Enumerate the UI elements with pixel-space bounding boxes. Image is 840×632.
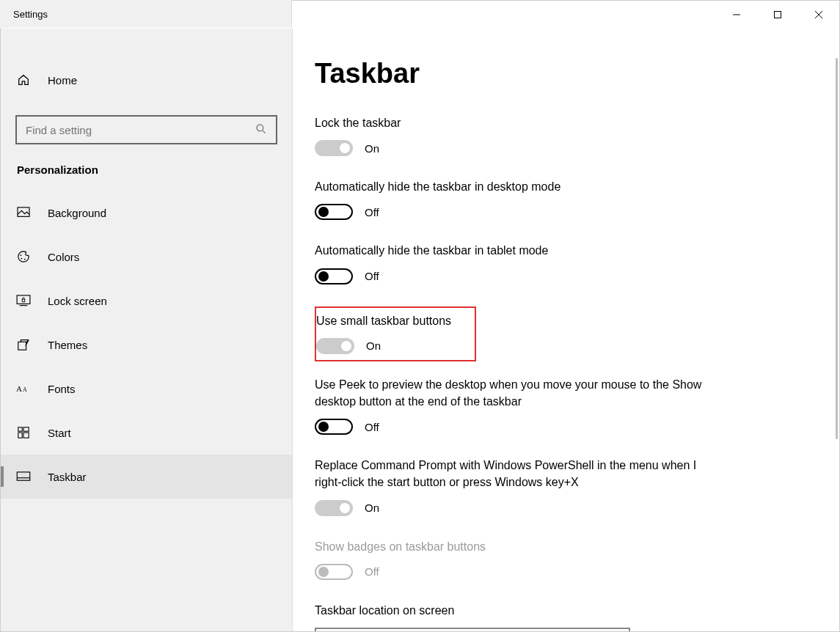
toggle-state-text: Off [365,565,379,578]
close-button[interactable] [798,1,839,29]
toggle-small-buttons[interactable] [316,338,354,354]
sidebar: Home Personalization Background Colors [1,29,293,631]
sidebar-item-label: Themes [48,339,87,351]
sidebar-home[interactable]: Home [1,58,292,102]
toggle-state-text: On [365,501,379,514]
setting-autohide-tablet: Automatically hide the taskbar in tablet… [315,242,810,284]
sidebar-item-label: Lock screen [48,295,107,307]
themes-icon [15,338,32,351]
svg-text:A: A [16,385,22,393]
setting-label: Automatically hide the taskbar in tablet… [315,242,726,259]
search-input-container[interactable] [15,115,277,144]
lock-screen-icon [15,295,32,306]
sidebar-category: Personalization [1,159,292,191]
setting-label: Automatically hide the taskbar in deskto… [315,178,726,195]
svg-point-9 [24,259,26,260]
scrollbar[interactable] [836,58,838,439]
toggle-powershell[interactable] [315,500,353,516]
svg-point-7 [21,254,22,256]
setting-label: Lock the taskbar [315,114,726,131]
toggle-state-text: Off [365,421,379,433]
toggle-state-text: Off [365,270,379,282]
titlebar: Settings [1,1,839,29]
toggle-use-peek[interactable] [315,419,353,435]
svg-rect-13 [18,342,26,350]
sidebar-item-start[interactable]: Start [1,411,292,455]
toggle-badges [315,564,353,580]
svg-rect-11 [22,299,25,302]
sidebar-item-label: Colors [48,251,79,263]
setting-taskbar-location: Taskbar location on screen Bottom [315,602,810,631]
setting-autohide-desktop: Automatically hide the taskbar in deskto… [315,178,810,220]
sidebar-item-taskbar[interactable]: Taskbar [1,455,292,499]
sidebar-item-label: Fonts [48,383,76,395]
setting-lock-taskbar: Lock the taskbar On [315,114,810,156]
palette-icon [15,250,32,263]
svg-rect-6 [18,207,29,216]
sidebar-item-label: Background [48,207,106,219]
taskbar-icon [15,471,32,482]
sidebar-item-colors[interactable]: Colors [1,235,292,279]
svg-rect-18 [18,433,22,438]
svg-rect-19 [23,433,29,438]
sidebar-item-themes[interactable]: Themes [1,323,292,367]
page-title: Taskbar [315,58,810,89]
svg-rect-10 [17,295,30,304]
setting-label: Use Peek to preview the desktop when you… [315,376,726,410]
setting-badges: Show badges on taskbar buttons Off [315,538,810,580]
sidebar-item-background[interactable]: Background [1,191,292,235]
content-pane: Taskbar Lock the taskbar On Automaticall… [293,29,839,631]
toggle-state-text: On [366,339,381,352]
svg-rect-1 [775,12,781,18]
svg-rect-17 [23,427,29,431]
highlighted-setting: Use small taskbar buttons On [315,306,476,361]
toggle-state-text: On [365,142,379,155]
dropdown-taskbar-location[interactable]: Bottom [315,628,630,631]
setting-powershell: Replace Command Prompt with Windows Powe… [315,457,810,515]
svg-point-8 [21,258,22,260]
svg-line-5 [263,131,266,133]
sidebar-item-fonts[interactable]: AA Fonts [1,367,292,411]
toggle-autohide-desktop[interactable] [315,204,353,220]
svg-text:A: A [23,386,27,393]
setting-use-peek: Use Peek to preview the desktop when you… [315,376,810,435]
search-icon [255,123,267,137]
svg-point-4 [257,125,263,131]
toggle-state-text: Off [365,206,379,218]
setting-label: Use small taskbar buttons [316,312,469,329]
window-title: Settings [13,9,48,20]
sidebar-item-label: Start [48,427,71,439]
search-input[interactable] [26,124,255,136]
fonts-icon: AA [15,383,32,394]
picture-icon [15,207,32,218]
home-icon [15,73,32,87]
sidebar-item-lock-screen[interactable]: Lock screen [1,279,292,323]
maximize-button[interactable] [757,1,798,29]
start-icon [15,426,32,439]
sidebar-item-label: Taskbar [48,471,87,483]
svg-rect-16 [18,427,22,431]
setting-label: Replace Command Prompt with Windows Powe… [315,457,726,490]
toggle-autohide-tablet[interactable] [315,268,353,284]
setting-small-buttons: Use small taskbar buttons On [316,312,469,354]
svg-rect-20 [17,472,30,480]
setting-label: Taskbar location on screen [315,602,726,619]
toggle-lock-taskbar[interactable] [315,140,353,156]
setting-label: Show badges on taskbar buttons [315,538,726,555]
sidebar-home-label: Home [48,74,77,87]
minimize-button[interactable] [716,1,757,29]
